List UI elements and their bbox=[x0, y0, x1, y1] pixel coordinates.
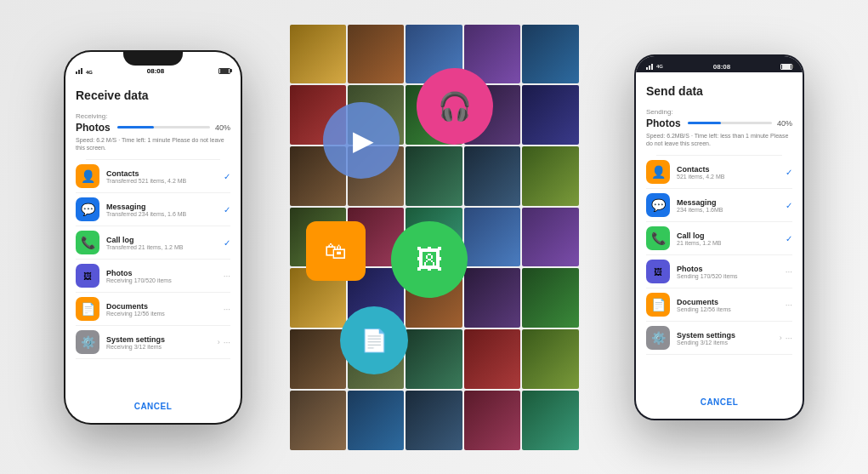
speed-text-left: Speed: 6.2 M/S · Time left: 1 minute Ple… bbox=[76, 136, 230, 153]
settings-icon: ⚙️ bbox=[76, 330, 99, 354]
contacts-icon: 👤 bbox=[76, 164, 99, 188]
settings-text: System settings Receiving 3/12 items bbox=[106, 335, 218, 350]
progress-pct-left: 40% bbox=[215, 123, 230, 132]
photo-cell bbox=[348, 391, 404, 450]
contacts-text: Contacts Transferred 521 items, 4.2 MB bbox=[106, 169, 220, 184]
list-item: 📄 Documents Sending 12/56 items ··· bbox=[646, 288, 792, 322]
photo-cell bbox=[290, 391, 346, 450]
play-icon: ▶ bbox=[323, 102, 400, 179]
progress-bar-left bbox=[117, 126, 210, 128]
check-icon: ✓ bbox=[224, 205, 230, 214]
phone-right-screen: 4G 08:08 Send data Sending: Photos 40% bbox=[636, 56, 803, 419]
messaging-icon: 💬 bbox=[76, 197, 99, 221]
time-left: 08:08 bbox=[147, 67, 164, 75]
progress-fill-right bbox=[688, 122, 722, 124]
calllog-icon: 📞 bbox=[76, 231, 99, 254]
time-right: 08:08 bbox=[713, 63, 730, 71]
photo-cell bbox=[290, 329, 346, 389]
settings-text-r: System settings Sending 3/12 items bbox=[677, 331, 780, 346]
dots-icon: ··· bbox=[224, 338, 230, 347]
photo-cell bbox=[464, 391, 520, 450]
dots-icon-r: ··· bbox=[786, 334, 792, 343]
phone-left-screen: 4G 08:08 Receive data Receiving: Photos bbox=[65, 52, 241, 423]
check-icon-r: ✓ bbox=[786, 168, 792, 177]
calllog-text: Call log Transferred 21 items, 1.2 MB bbox=[106, 236, 220, 250]
check-icon-r: ✓ bbox=[786, 201, 792, 210]
progress-fill-left bbox=[117, 126, 155, 128]
photo-cell bbox=[464, 268, 520, 328]
photo-cell bbox=[464, 208, 520, 267]
list-item: 🖼 Photos Sending 170/520 items ··· bbox=[646, 255, 792, 288]
list-item: 💬 Messaging 234 items, 1.6MB ✓ bbox=[646, 189, 792, 222]
check-icon: ✓ bbox=[224, 172, 230, 181]
photo-cell bbox=[464, 146, 520, 206]
left-title: Receive data bbox=[76, 85, 230, 102]
list-item: 📞 Call log 21 items, 1.2 MB ✓ bbox=[646, 222, 792, 255]
signal-right: 4G bbox=[646, 63, 663, 70]
right-item-type: Photos bbox=[646, 117, 681, 129]
document-icon: 📄 bbox=[340, 306, 408, 374]
photo-cell bbox=[522, 25, 578, 84]
photos-text: Photos Receiving 170/520 items bbox=[106, 269, 222, 283]
dots-icon-r: ··· bbox=[786, 300, 792, 310]
settings-icon-r: ⚙️ bbox=[646, 326, 670, 350]
check-icon: ✓ bbox=[224, 238, 230, 248]
photos-icon-r: 🖼 bbox=[646, 260, 670, 283]
messaging-text: Messaging Transferred 234 items, 1.6 MB bbox=[106, 203, 220, 217]
shopping-bag-icon: 🛍 bbox=[306, 221, 366, 281]
calllog-text-r: Call log 21 items, 1.2 MB bbox=[677, 231, 782, 246]
photo-cell bbox=[522, 329, 578, 389]
cancel-wrap-left: CANCEL bbox=[65, 390, 241, 423]
speed-text-right: Speed: 6.2MB/S · Time left: less than 1 … bbox=[646, 132, 792, 149]
right-content: Sending: Photos 40% Speed: 6.2MB/S · Tim… bbox=[636, 108, 803, 385]
list-item: 🖼 Photos Receiving 170/520 items ··· bbox=[76, 260, 230, 293]
photo-cell bbox=[522, 85, 578, 145]
dots-icon: ··· bbox=[224, 271, 230, 281]
check-icon-r: ✓ bbox=[786, 234, 792, 243]
left-content: Receiving: Photos 40% Speed: 6.2 M/S · T… bbox=[65, 112, 241, 390]
messaging-icon-r: 💬 bbox=[646, 193, 670, 217]
battery-right bbox=[780, 64, 792, 70]
receiving-label: Receiving: bbox=[76, 112, 230, 120]
photo-cell bbox=[522, 268, 578, 328]
headphone-icon: 🎧 bbox=[417, 68, 493, 145]
phone-right: 4G 08:08 Send data Sending: Photos 40% bbox=[634, 54, 804, 420]
sending-label: Sending: bbox=[646, 108, 792, 116]
photo-cell bbox=[406, 329, 462, 389]
photo-cell bbox=[348, 25, 404, 84]
signal-left: 4G bbox=[76, 67, 93, 75]
dots-icon-r: ··· bbox=[786, 267, 792, 277]
list-item: 👤 Contacts 521 items, 4.2 MB ✓ bbox=[646, 156, 792, 189]
documents-icon: 📄 bbox=[76, 297, 99, 321]
cancel-wrap-right: CANCEL bbox=[636, 385, 803, 419]
documents-text: Documents Receiving 12/56 items bbox=[106, 302, 222, 317]
progress-row-right: Photos 40% bbox=[646, 117, 792, 129]
left-header: Receive data bbox=[65, 77, 241, 112]
photos-text-r: Photos Sending 170/520 items bbox=[677, 265, 784, 279]
photo-cell bbox=[406, 391, 462, 450]
image-icon: 🖼 bbox=[391, 221, 468, 298]
scene: ▶ 🎧 🛍 🖼 📄 4G 08:08 bbox=[0, 0, 868, 474]
status-bar-right: 4G 08:08 bbox=[636, 56, 803, 72]
contacts-text-r: Contacts 521 items, 4.2 MB bbox=[677, 165, 782, 180]
phone-left: 4G 08:08 Receive data Receiving: Photos bbox=[64, 50, 242, 425]
cancel-button-left[interactable]: CANCEL bbox=[114, 397, 193, 416]
right-title: Send data bbox=[646, 81, 792, 98]
right-header: Send data bbox=[636, 72, 803, 108]
documents-text-r: Documents Sending 12/56 items bbox=[677, 298, 784, 312]
arrow-icon-r: › bbox=[780, 334, 782, 342]
photo-cell bbox=[522, 208, 578, 267]
progress-bar-right bbox=[688, 122, 772, 124]
photo-cell bbox=[522, 391, 578, 450]
messaging-text-r: Messaging 234 items, 1.6MB bbox=[677, 198, 782, 213]
list-item: 💬 Messaging Transferred 234 items, 1.6 M… bbox=[76, 193, 230, 226]
cancel-button-right[interactable]: CANCEL bbox=[680, 392, 759, 412]
arrow-icon: › bbox=[218, 338, 220, 346]
progress-row-left: Photos 40% bbox=[76, 122, 230, 134]
photo-cell bbox=[522, 146, 578, 206]
list-item: 📞 Call log Transferred 21 items, 1.2 MB … bbox=[76, 226, 230, 260]
contacts-icon-r: 👤 bbox=[646, 160, 670, 184]
list-item: 📄 Documents Receiving 12/56 items ··· bbox=[76, 293, 230, 326]
photo-cell bbox=[290, 25, 346, 84]
list-item: ⚙️ System settings Sending 3/12 items › … bbox=[646, 322, 792, 355]
